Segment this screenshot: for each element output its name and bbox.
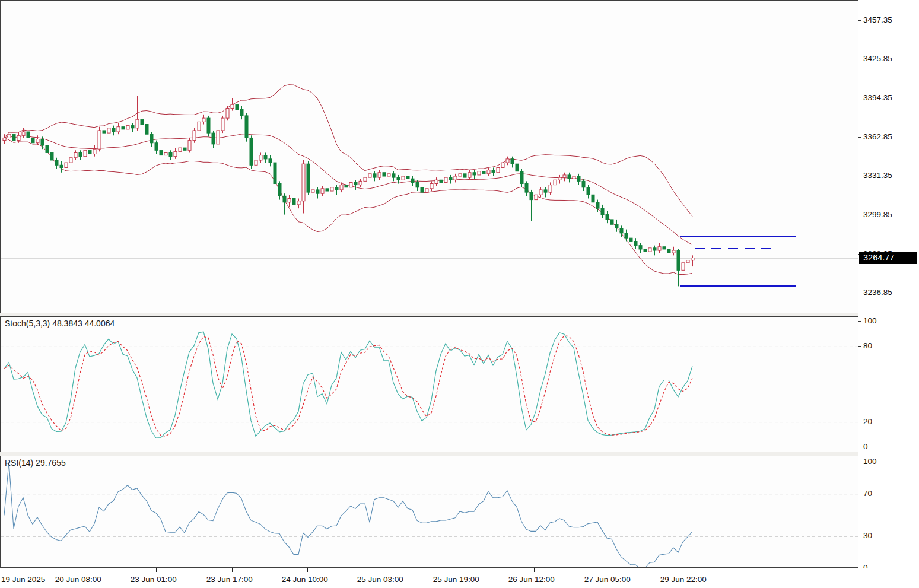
candle-body [160,150,163,155]
stoch-scale-label: 100 [863,316,877,325]
candle-body [31,138,34,142]
candle-body [27,132,30,138]
time-tick-label: 29 Jun 22:00 [660,575,707,584]
candle-body [255,160,257,165]
candle-body [587,187,590,195]
price-chart-pane[interactable] [0,0,858,313]
time-tick [686,568,686,572]
candle-body [145,125,148,135]
trading-chart-window: Stoch(5,3,3) 48.3843 44.0064 RSI(14) 29.… [0,0,919,588]
candle-body [520,171,523,184]
axis-tick [858,176,861,176]
rsi-plot[interactable] [1,456,858,567]
candle-body [634,241,637,245]
rsi-pane[interactable]: RSI(14) 29.7655 [0,456,858,568]
rsi-line [4,462,692,567]
candle-body [482,171,485,174]
candle-body [387,174,390,176]
candle-body [620,228,623,233]
candle-body [563,175,566,177]
candle-body [69,158,72,163]
candle-body [511,159,514,164]
price-tick-label: 3425.85 [863,54,892,63]
axis-tick [858,137,861,138]
candle-body [568,175,571,179]
candle-body [302,164,305,201]
candle-body [136,119,139,128]
candle-body [349,182,352,187]
candle-body [74,152,77,157]
candle-body [497,167,500,172]
time-axis[interactable]: 19 Jun 202520 Jun 08:0023 Jun 01:0023 Ju… [0,568,919,588]
bollinger-lower-band [4,138,692,274]
candlestick-plot[interactable] [1,1,858,313]
time-tick [232,568,233,572]
candle-body [326,189,329,191]
axis-tick [858,447,861,447]
candle-body [221,118,224,131]
candle-body [93,149,96,154]
candle-body [297,201,300,205]
candle-body [601,208,604,214]
candle-body [615,224,618,228]
candle-body [525,184,528,193]
candle-body [269,159,272,163]
candle-body [368,174,371,177]
time-tick-label: 24 Jun 10:00 [282,575,328,584]
candle-body [573,176,575,179]
time-tick [610,568,610,572]
candle-body [487,170,490,174]
axis-tick [858,321,861,322]
stochastic-plot[interactable] [1,317,858,452]
candle-body [150,134,153,143]
stochastic-signal-line [4,336,692,436]
candle-body [506,159,509,163]
candle-body [392,174,395,177]
candle-body [311,190,314,192]
candle-body [131,126,134,128]
candle-body [577,176,580,181]
candle-body [648,248,651,252]
candle-body [359,181,362,185]
candle-body [217,131,220,144]
candle-body [288,199,291,202]
candle-body [468,173,471,177]
current-price-label: 3264.77 [859,252,917,264]
candle-body [226,108,229,118]
axis-tick [858,293,861,293]
time-tick-label: 23 Jun 01:00 [131,575,177,584]
candle-body [663,247,666,249]
candle-body [245,116,248,138]
stochastic-pane[interactable]: Stoch(5,3,3) 48.3843 44.0064 [0,316,858,452]
candle-body [677,250,680,270]
candle-body [3,138,6,140]
candle-body [188,141,191,151]
candle-body [639,246,642,249]
candle-body [240,110,243,116]
price-tick-label: 3331.35 [863,171,892,180]
candle-body [88,150,91,154]
candle-body [264,155,267,159]
time-tick-label: 19 Jun 2025 [1,575,45,584]
time-tick-label: 20 Jun 08:00 [55,575,101,584]
candle-body [65,163,68,167]
candle-body [12,134,15,140]
candle-body [549,185,552,192]
price-tick-label: 3236.85 [863,288,892,297]
candle-body [283,196,286,202]
candle-body [421,187,424,192]
candle-body [582,181,585,187]
time-tick-label: 26 Jun 12:00 [508,575,555,584]
candle-body [316,190,319,193]
time-tick [81,568,81,572]
candle-body [231,104,234,108]
candle-body [207,118,210,133]
candle-body [22,132,25,135]
time-tick-label: 25 Jun 19:00 [433,575,479,584]
price-axis[interactable]: 3264.77 3457.353425.853394.353362.853331… [858,0,919,568]
candle-body [606,215,609,220]
candle-body [79,152,82,156]
time-tick [459,568,459,572]
candle-body [36,139,39,143]
candle-body [516,164,519,171]
